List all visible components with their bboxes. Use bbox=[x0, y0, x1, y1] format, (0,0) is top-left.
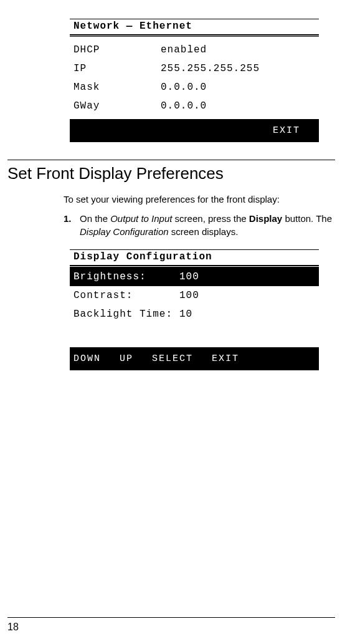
text: screen, press the bbox=[172, 213, 249, 224]
page-number: 18 bbox=[7, 622, 19, 632]
lcd-value: 0.0.0.0 bbox=[161, 100, 315, 112]
step-number: 1. bbox=[64, 212, 80, 238]
lcd-label: Brightness: bbox=[73, 271, 179, 282]
step-text: On the Output to Input screen, press the… bbox=[80, 212, 335, 238]
up-button[interactable]: UP bbox=[120, 353, 133, 364]
network-ethernet-screen: Network — Ethernet DHCP enabled IP 255.2… bbox=[70, 19, 319, 142]
lcd-row-gway: GWay 0.0.0.0 bbox=[73, 97, 315, 115]
spacer bbox=[70, 324, 319, 347]
lcd-row-mask: Mask 0.0.0.0 bbox=[73, 78, 315, 97]
step-1: 1. On the Output to Input screen, press … bbox=[64, 212, 335, 238]
lcd-row-backlight[interactable]: Backlight Time: 10 bbox=[70, 305, 319, 324]
lcd-value: 0.0.0.0 bbox=[161, 82, 315, 93]
lcd-value: 100 bbox=[179, 271, 315, 282]
lcd-footer: DOWN UP SELECT EXIT bbox=[70, 347, 319, 370]
lcd-label: Mask bbox=[73, 82, 161, 93]
lcd-label: Backlight Time: bbox=[73, 309, 179, 320]
lcd-value: 255.255.255.255 bbox=[161, 63, 315, 74]
exit-button[interactable]: EXIT bbox=[273, 125, 300, 136]
lcd-value: 100 bbox=[179, 290, 315, 301]
down-button[interactable]: DOWN bbox=[73, 353, 101, 364]
text: button. The bbox=[282, 213, 332, 224]
lcd-title: Network — Ethernet bbox=[70, 19, 319, 36]
text: On the bbox=[80, 213, 110, 224]
display-configuration-screen: Display Configuration Brightness: 100 Co… bbox=[70, 249, 319, 370]
section-heading: Set Front Display Preferences bbox=[7, 160, 335, 183]
text-italic: Output to Input bbox=[110, 213, 172, 224]
lcd-value: enabled bbox=[161, 44, 315, 55]
select-button[interactable]: SELECT bbox=[152, 353, 193, 364]
page-footer: 18 bbox=[7, 617, 335, 633]
lcd-label: Contrast: bbox=[73, 290, 179, 301]
lcd-body: DHCP enabled IP 255.255.255.255 Mask 0.0… bbox=[70, 36, 319, 119]
section-intro: To set your viewing preferences for the … bbox=[64, 193, 335, 206]
lcd-body: Brightness: 100 Contrast: 100 Backlight … bbox=[70, 267, 319, 347]
lcd-label: IP bbox=[73, 63, 161, 74]
lcd-row-contrast[interactable]: Contrast: 100 bbox=[70, 286, 319, 305]
lcd-title: Display Configuration bbox=[70, 249, 319, 266]
lcd-value: 10 bbox=[179, 309, 315, 320]
lcd-row-dhcp: DHCP enabled bbox=[73, 41, 315, 59]
lcd-label: GWay bbox=[73, 100, 161, 112]
text-bold: Display bbox=[249, 213, 282, 224]
lcd-footer: EXIT bbox=[70, 119, 319, 142]
lcd-row-ip: IP 255.255.255.255 bbox=[73, 59, 315, 78]
lcd-row-brightness[interactable]: Brightness: 100 bbox=[70, 267, 319, 286]
exit-button[interactable]: EXIT bbox=[212, 353, 239, 364]
text-italic: Display Configuration bbox=[80, 226, 169, 237]
text: screen displays. bbox=[169, 226, 239, 237]
lcd-label: DHCP bbox=[73, 44, 161, 55]
